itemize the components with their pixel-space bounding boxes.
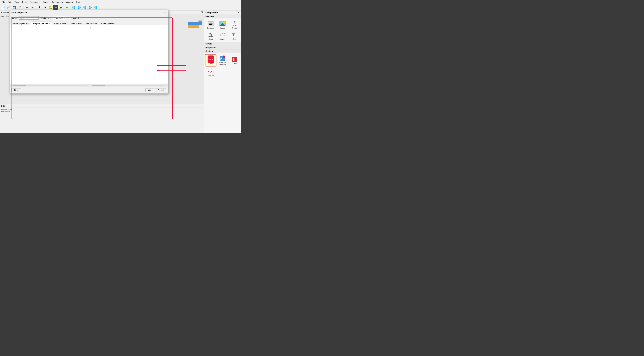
name-label: Name bbox=[12, 17, 17, 19]
right-line-1: 1 bbox=[90, 26, 168, 28]
code-editors: 1 < > 1 < bbox=[10, 26, 168, 87]
dialog-tabs: Before Experiment Begin Experiment Begin… bbox=[10, 21, 168, 26]
ok-button[interactable]: OK bbox=[146, 88, 154, 92]
modal-overlay: code Properties ✕ Name Code Type Auto->J… bbox=[0, 0, 241, 133]
right-code-pane: 1 < > bbox=[89, 26, 168, 87]
left-scrollbar[interactable]: < > bbox=[10, 84, 89, 87]
left-line-1: 1 bbox=[10, 26, 88, 28]
tab-before-experiment[interactable]: Before Experiment bbox=[10, 22, 31, 25]
help-button[interactable]: Help bbox=[12, 88, 21, 92]
dialog-title: code Properties bbox=[12, 11, 27, 14]
ok-cancel-group: OK Cancel bbox=[146, 88, 166, 92]
dialog-titlebar: code Properties ✕ bbox=[10, 10, 168, 15]
right-scroll-left[interactable]: < bbox=[90, 85, 91, 87]
dialog-footer: Help OK Cancel bbox=[10, 87, 168, 94]
dialog-close-button[interactable]: ✕ bbox=[163, 11, 166, 14]
tab-end-experiment[interactable]: End Experiment bbox=[99, 22, 117, 25]
right-scrollbar-track[interactable] bbox=[91, 85, 166, 86]
disabled-label: disabled bbox=[72, 17, 79, 19]
left-code-pane: 1 < > bbox=[10, 26, 89, 87]
tab-begin-experiment[interactable]: Begin Experiment bbox=[31, 22, 52, 25]
disabled-checkbox[interactable] bbox=[69, 17, 71, 19]
left-scroll-right[interactable]: > bbox=[87, 85, 88, 87]
dialog-toolbar: Name Code Type Auto->JS Py JS Both disab… bbox=[10, 15, 168, 21]
left-code-content[interactable]: 1 bbox=[10, 26, 89, 84]
code-properties-dialog: code Properties ✕ Name Code Type Auto->J… bbox=[10, 10, 168, 94]
right-code-content[interactable]: 1 bbox=[89, 26, 168, 84]
right-scroll-right[interactable]: > bbox=[166, 85, 168, 87]
left-scroll-left[interactable]: < bbox=[10, 85, 12, 87]
tab-end-routine[interactable]: End Routine bbox=[84, 22, 99, 25]
code-type-label: Code Type bbox=[41, 17, 50, 19]
right-scrollbar[interactable]: < > bbox=[89, 84, 168, 87]
code-type-select[interactable]: Auto->JS Py JS Both bbox=[53, 16, 66, 20]
cancel-button[interactable]: Cancel bbox=[155, 88, 166, 92]
name-input[interactable] bbox=[19, 16, 39, 20]
tab-begin-routine[interactable]: Begin Routine bbox=[52, 22, 68, 25]
right-scrollbar-thumb[interactable] bbox=[92, 85, 105, 86]
left-scrollbar-thumb[interactable] bbox=[13, 85, 26, 86]
disabled-checkbox-row: disabled bbox=[69, 17, 79, 19]
tab-each-frame[interactable]: Each Frame bbox=[69, 22, 84, 25]
left-scrollbar-track[interactable] bbox=[12, 85, 87, 86]
